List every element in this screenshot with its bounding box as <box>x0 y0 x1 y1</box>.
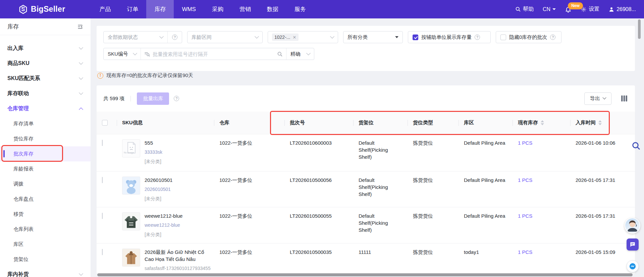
chevron-down-icon <box>159 34 164 39</box>
sidebar-item-product-sku[interactable]: 商品SKU <box>0 56 91 71</box>
table-toolbar: 共 599 项 批量出库 ? 导出 <box>97 85 635 112</box>
sort-icon[interactable] <box>541 120 544 125</box>
floating-search-icon[interactable] <box>631 141 641 152</box>
question-circle-icon[interactable]: ? <box>172 34 177 40</box>
col-inbound-time[interactable]: 入库时间 <box>570 112 635 134</box>
search-field-select[interactable]: SKU编号 <box>104 51 141 57</box>
row-checkbox[interactable] <box>102 140 103 146</box>
sidebar-child-move-goods[interactable]: 移货 <box>0 207 91 222</box>
active-indicator <box>3 150 5 157</box>
sku-title: 2026最新 Áo Giữ Nhiệt Cổ Cao Họa Tiết Gấu … <box>145 249 211 263</box>
row-checkbox[interactable] <box>102 177 103 183</box>
settings-button[interactable]: 设置 <box>581 6 599 13</box>
search-icon[interactable] <box>277 51 283 57</box>
cell-batch-no: LT2026010500055 <box>284 207 353 243</box>
expiry-status-select[interactable]: 全部效期状态 ? <box>103 31 182 43</box>
nav-item-data[interactable]: 数据 <box>259 0 286 18</box>
stock-quantity-link[interactable]: 1 PCS <box>518 140 532 146</box>
sidebar-child-batch-stock[interactable]: 批次库存 <box>0 146 91 161</box>
nav-item-inventory[interactable]: 库存 <box>146 0 174 18</box>
stock-age-select[interactable]: 库龄区间 <box>187 31 263 43</box>
sidebar-child-transfer[interactable]: 调拨 <box>0 177 91 192</box>
notifications-button[interactable]: New <box>565 6 572 13</box>
sidebar-child-warehouse-list[interactable]: 仓库列表 <box>0 222 91 237</box>
sidebar-item-warehouse-management[interactable]: 仓库管理 <box>0 101 91 116</box>
cell-shelf: Default Shelf(Picking Shelf) <box>353 171 408 207</box>
sort-icon[interactable] <box>598 120 602 125</box>
question-circle-icon[interactable]: ? <box>174 96 179 101</box>
question-circle-icon[interactable]: ? <box>475 34 480 40</box>
match-mode-select[interactable]: 精确 <box>286 51 314 57</box>
nav-item-orders[interactable]: 订单 <box>119 0 146 18</box>
bulk-outbound-button[interactable]: 批量出库 <box>137 92 169 105</box>
chevron-down-icon <box>79 75 83 80</box>
nav-item-wms[interactable]: WMS <box>174 0 204 18</box>
sidebar-item-sku-matching[interactable]: SKU匹配关系 <box>0 71 91 86</box>
customer-service-avatar[interactable] <box>625 218 640 233</box>
caret-down-icon <box>395 36 398 38</box>
row-checkbox[interactable] <box>102 249 103 255</box>
cell-shelf: 11111 <box>353 244 408 274</box>
sku-code[interactable]: weewe1212-blue <box>145 222 182 229</box>
language-switcher[interactable]: CN <box>543 6 556 12</box>
cell-shelf: Default Shelf(Picking Shelf) <box>353 207 408 243</box>
sidebar-child-stock-list[interactable]: 库存清单 <box>0 116 91 131</box>
chevron-up-icon <box>79 108 83 112</box>
select-all-checkbox[interactable] <box>102 120 108 126</box>
horizontal-scrollbar-thumb[interactable] <box>97 273 633 276</box>
caret-down-icon <box>552 8 556 10</box>
sku-code[interactable]: safasfasff-173260101279334557... <box>145 265 211 274</box>
new-badge: New <box>568 2 583 9</box>
stock-quantity-link[interactable]: 1 PCS <box>518 177 532 183</box>
column-settings-icon[interactable] <box>620 94 628 102</box>
sku-code[interactable]: 2026010501 <box>145 186 172 193</box>
sidebar-item-replenishment[interactable]: 库内补货 <box>0 267 91 277</box>
sidebar-child-zone[interactable]: 库区 <box>0 237 91 252</box>
vertical-scrollbar-thumb[interactable] <box>638 19 641 39</box>
user-account[interactable]: 26908... <box>608 6 636 12</box>
batch-search-icon <box>144 51 150 57</box>
chevron-down-icon <box>79 271 83 276</box>
sidebar-item-in-out[interactable]: 出入库 <box>0 41 91 56</box>
nav-item-marketing[interactable]: 营销 <box>231 0 259 18</box>
batch-stock-table-panel: 共 599 项 批量出库 ? 导出 SKU信息 仓库 批次号 货架位 货位类型 … <box>97 85 635 274</box>
chat-widget-icon[interactable] <box>627 238 639 251</box>
question-circle-icon[interactable]: ? <box>550 34 555 40</box>
row-checkbox[interactable] <box>102 213 103 219</box>
sidebar-item-stock-linkage[interactable]: 库存联动 <box>0 86 91 101</box>
export-button[interactable]: 导出 <box>584 92 611 105</box>
sku-title: weewe1212-blue <box>145 212 182 219</box>
cell-warehouse: 1022-一货多位 <box>214 244 284 274</box>
nav-right-tools: 帮助 CN New 设置 26908... <box>515 6 644 13</box>
assist-unit-checkbox[interactable] <box>413 34 418 40</box>
stock-quantity-link[interactable]: 1 PCS <box>518 249 532 255</box>
col-batch-no: 批次号 <box>284 112 353 134</box>
search-input[interactable] <box>153 51 274 57</box>
sidebar-child-shelf[interactable]: 货架位 <box>0 252 91 267</box>
cell-zone: Default Piling Area <box>459 207 513 243</box>
user-icon <box>608 6 614 12</box>
messenger-widget-icon[interactable] <box>627 260 639 272</box>
remove-tag-icon[interactable]: ✕ <box>292 35 296 40</box>
brand-logo[interactable]: BigSeller <box>18 5 65 14</box>
sidebar-child-slot-stock[interactable]: 货位库存 <box>0 131 91 146</box>
stock-quantity-link[interactable]: 1 PCS <box>518 213 532 219</box>
chevron-down-icon <box>79 60 83 65</box>
cell-zone: Default Piling Area <box>459 171 513 207</box>
assist-unit-checkbox-group: 按辅助单位展示库存量 ? <box>408 31 491 43</box>
col-stock-on-hand[interactable]: 现有库存 <box>513 112 570 134</box>
nav-item-products[interactable]: 产品 <box>91 0 119 18</box>
category-select[interactable]: 所有分类 <box>343 31 403 43</box>
cell-slot-type: 拣货货位 <box>408 244 459 274</box>
help-button[interactable]: 帮助 <box>515 6 534 13</box>
sidebar-child-stock-age-report[interactable]: 库龄报表 <box>0 161 91 177</box>
chevron-down-icon <box>79 45 83 50</box>
nav-item-services[interactable]: 服务 <box>286 0 314 18</box>
warehouse-select[interactable]: 1022-... ✕ <box>268 31 338 43</box>
sku-code[interactable]: 33333sk <box>145 149 162 156</box>
nav-item-purchase[interactable]: 采购 <box>204 0 231 18</box>
sku-category: [未分类] <box>145 231 182 238</box>
sidebar-child-stocktaking[interactable]: 仓库盘点 <box>0 192 91 207</box>
hide-zero-checkbox[interactable] <box>500 34 506 40</box>
sidebar-collapse-icon[interactable] <box>77 24 83 30</box>
